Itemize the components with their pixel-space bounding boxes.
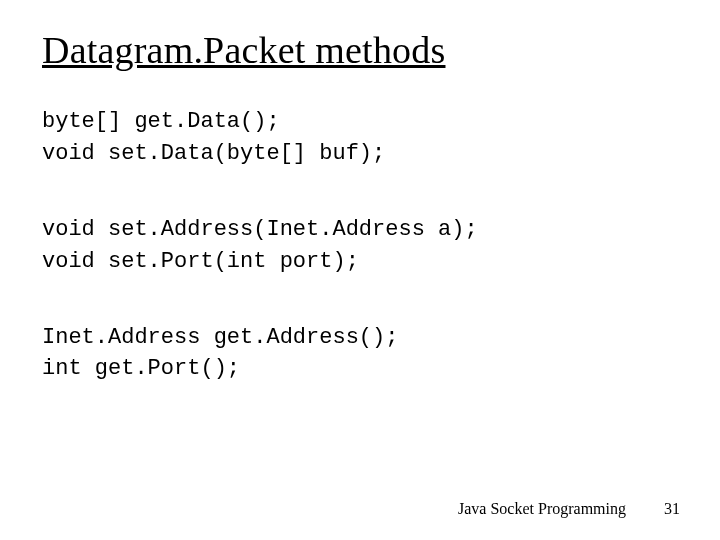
code-line: void set.Data(byte[] buf); — [42, 138, 678, 170]
slide-footer: Java Socket Programming 31 — [458, 500, 680, 518]
code-line: void set.Address(Inet.Address a); — [42, 214, 678, 246]
slide-title: Datagram.Packet methods — [42, 28, 678, 72]
page-number: 31 — [664, 500, 680, 518]
slide: Datagram.Packet methods byte[] get.Data(… — [0, 0, 720, 540]
code-line: void set.Port(int port); — [42, 246, 678, 278]
footer-label: Java Socket Programming — [458, 500, 626, 517]
code-line: byte[] get.Data(); — [42, 106, 678, 138]
code-block-2: void set.Address(Inet.Address a); void s… — [42, 214, 678, 278]
code-block-1: byte[] get.Data(); void set.Data(byte[] … — [42, 106, 678, 170]
code-line: Inet.Address get.Address(); — [42, 322, 678, 354]
code-block-3: Inet.Address get.Address(); int get.Port… — [42, 322, 678, 386]
code-line: int get.Port(); — [42, 353, 678, 385]
